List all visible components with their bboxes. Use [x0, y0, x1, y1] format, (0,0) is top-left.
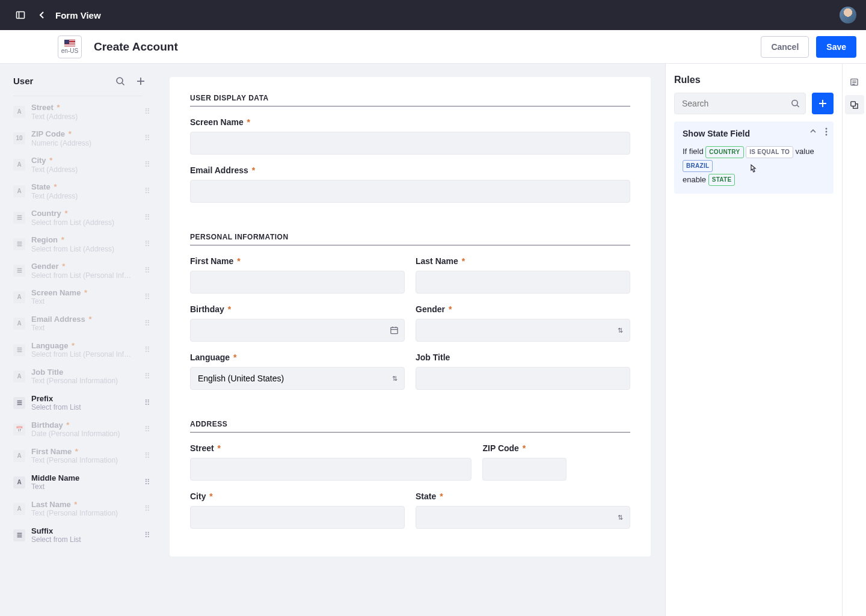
- field-subtype: Select from List: [31, 403, 144, 411]
- drag-handle-icon[interactable]: ⠿: [144, 451, 149, 460]
- field-name: Suffix: [31, 526, 144, 536]
- zip-input[interactable]: [482, 458, 567, 481]
- field-row[interactable]: AState *Text (Address)⠿: [0, 178, 155, 205]
- panel-toggle-icon[interactable]: [10, 4, 31, 26]
- field-row[interactable]: ☰SuffixSelect from List⠿: [0, 522, 155, 549]
- field-row[interactable]: ☰Gender *Select from List (Personal Inf……: [0, 257, 155, 284]
- drag-handle-icon[interactable]: ⠿: [144, 292, 149, 301]
- tag-country: COUNTRY: [705, 146, 743, 158]
- label-street: Street *: [190, 443, 471, 453]
- drag-handle-icon[interactable]: ⠿: [144, 398, 149, 407]
- email-input[interactable]: [190, 180, 630, 203]
- field-type-icon: ☰: [13, 529, 25, 541]
- field-row[interactable]: ACity *Text (Address)⠿: [0, 152, 155, 178]
- tag-operator: IS EQUAL TO: [746, 146, 793, 158]
- field-subtype: Text (Personal Information): [31, 456, 144, 464]
- field-type-icon: A: [13, 503, 25, 515]
- field-subtype: Text (Personal Information): [31, 377, 144, 385]
- search-icon[interactable]: [791, 99, 800, 108]
- field-row[interactable]: AFirst Name *Text (Personal Information)…: [0, 443, 155, 469]
- field-row[interactable]: ☰PrefixSelect from List⠿: [0, 390, 155, 416]
- drag-handle-icon[interactable]: ⠿: [144, 372, 149, 381]
- field-row[interactable]: 📅Birthday *Date (Personal Information)⠿: [0, 416, 155, 443]
- field-type-icon: A: [13, 185, 25, 197]
- drag-handle-icon[interactable]: ⠿: [144, 239, 149, 248]
- collapse-icon[interactable]: [809, 128, 817, 136]
- form-canvas: USER DISPLAY DATA Screen Name * Email Ad…: [155, 64, 665, 616]
- drag-handle-icon[interactable]: ⠿: [144, 531, 149, 540]
- save-button[interactable]: Save: [816, 36, 856, 58]
- drag-handle-icon[interactable]: ⠿: [144, 345, 149, 354]
- field-subtype: Text (Address): [31, 112, 144, 121]
- field-type-icon: ☰: [13, 265, 25, 277]
- section-personal: PERSONAL INFORMATION: [190, 233, 630, 245]
- gender-select[interactable]: [416, 319, 630, 342]
- drag-handle-icon[interactable]: ⠿: [144, 134, 149, 143]
- field-row[interactable]: AEmail Address *Text⠿: [0, 310, 155, 337]
- screen-name-input[interactable]: [190, 132, 630, 155]
- drag-handle-icon[interactable]: ⠿: [144, 266, 149, 275]
- drag-handle-icon[interactable]: ⠿: [144, 504, 149, 513]
- language-select[interactable]: [190, 367, 405, 390]
- last-name-input[interactable]: [416, 271, 630, 294]
- label-language: Language *: [190, 353, 405, 362]
- svg-point-10: [792, 100, 797, 105]
- field-name: State *: [31, 182, 144, 192]
- field-row[interactable]: ☰Country *Select from List (Address)⠿: [0, 205, 155, 231]
- field-type-icon: A: [13, 159, 25, 171]
- topbar: Form View: [0, 0, 866, 30]
- drag-handle-icon[interactable]: ⠿: [144, 425, 149, 434]
- rail-list-icon[interactable]: [845, 72, 864, 91]
- field-subtype: Text (Address): [31, 165, 144, 174]
- field-row[interactable]: AMiddle NameText⠿: [0, 469, 155, 496]
- field-row[interactable]: ☰Language *Select from List (Personal In…: [0, 337, 155, 363]
- add-rule-button[interactable]: [812, 93, 834, 114]
- field-name: ZIP Code *: [31, 129, 144, 139]
- job-title-input[interactable]: [416, 367, 630, 390]
- field-subtype: Select from List (Address): [31, 218, 144, 227]
- calendar-icon[interactable]: [390, 326, 399, 335]
- field-subtype: Text: [31, 324, 144, 332]
- field-row[interactable]: 10ZIP Code *Numeric (Address)⠿: [0, 125, 155, 152]
- cancel-button[interactable]: Cancel: [761, 36, 809, 58]
- field-row[interactable]: AJob TitleText (Personal Information)⠿: [0, 363, 155, 390]
- drag-handle-icon[interactable]: ⠿: [144, 107, 149, 116]
- svg-point-2: [117, 78, 123, 84]
- label-email: Email Address *: [190, 165, 630, 175]
- avatar[interactable]: [840, 7, 856, 23]
- drag-handle-icon[interactable]: ⠿: [144, 478, 149, 487]
- first-name-input[interactable]: [190, 271, 405, 294]
- field-row[interactable]: ALast Name *Text (Personal Information)⠿: [0, 496, 155, 522]
- state-select[interactable]: [416, 506, 630, 529]
- city-input[interactable]: [190, 506, 405, 529]
- drag-handle-icon[interactable]: ⠿: [144, 160, 149, 169]
- field-row[interactable]: AStreet *Text (Address)⠿: [0, 99, 155, 125]
- add-field-icon[interactable]: [136, 76, 146, 86]
- field-name: Screen Name *: [31, 288, 144, 298]
- rules-search-input[interactable]: [674, 93, 806, 114]
- search-icon[interactable]: [115, 76, 125, 86]
- field-name: Email Address *: [31, 315, 144, 324]
- back-icon[interactable]: [31, 4, 53, 26]
- svg-point-15: [826, 131, 828, 133]
- field-subtype: Select from List (Personal Inf…: [31, 350, 144, 359]
- field-subtype: Text: [31, 297, 144, 306]
- section-address: ADDRESS: [190, 420, 630, 433]
- rule-card[interactable]: Show State Field If field COUNTRY IS EQU…: [674, 122, 834, 194]
- locale-selector[interactable]: en-US: [58, 35, 82, 58]
- birthday-input[interactable]: [190, 319, 405, 342]
- label-first-name: First Name *: [190, 256, 405, 266]
- drag-handle-icon[interactable]: ⠿: [144, 213, 149, 222]
- field-type-icon: ☰: [13, 397, 25, 409]
- rule-expression: If field COUNTRY IS EQUAL TO value BRAZI…: [683, 144, 825, 186]
- drag-handle-icon[interactable]: ⠿: [144, 186, 149, 196]
- drag-handle-icon[interactable]: ⠿: [144, 319, 149, 328]
- street-input[interactable]: [190, 458, 471, 481]
- field-subtype: Select from List: [31, 535, 144, 544]
- right-mini-rail: [842, 64, 866, 616]
- rail-rules-icon[interactable]: [845, 95, 864, 114]
- more-icon[interactable]: [825, 128, 828, 136]
- field-type-icon: ☰: [13, 344, 25, 356]
- field-row[interactable]: ☰Region *Select from List (Address)⠿: [0, 231, 155, 257]
- field-row[interactable]: AScreen Name *Text⠿: [0, 284, 155, 310]
